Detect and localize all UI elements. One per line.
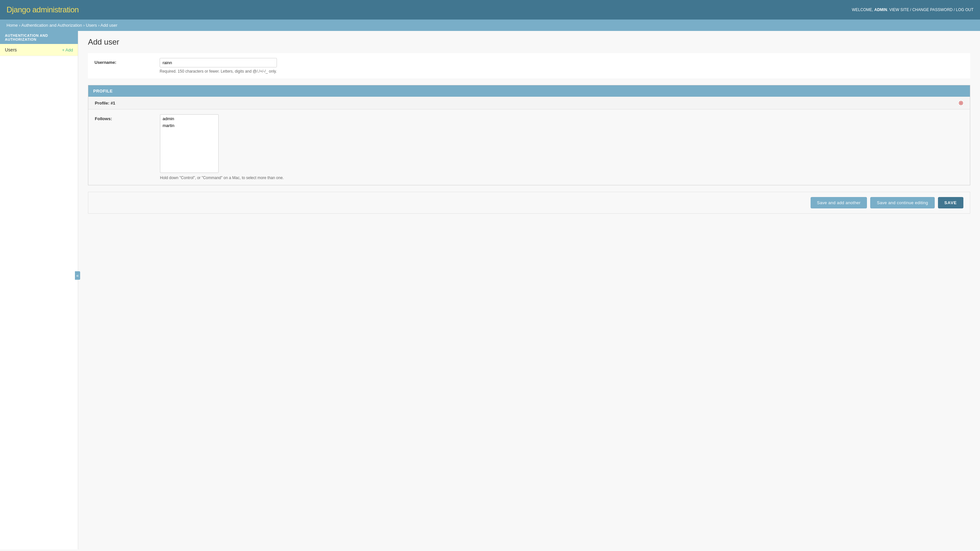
follows-form-row: Follows: admin martin Hold down "Control…	[88, 110, 970, 185]
welcome-text: WELCOME,	[852, 8, 873, 12]
username-label: Username:	[94, 58, 160, 65]
breadcrumb-auth[interactable]: Authentication and Authorization	[22, 23, 82, 28]
profile-section-header: PROFILE	[88, 85, 970, 97]
delete-profile-button[interactable]: ⊗	[958, 100, 963, 106]
username-display: ADMIN	[874, 8, 887, 12]
profile-inline-header: Profile: #1 ⊗	[88, 97, 970, 110]
username-help-text: Required. 150 characters or fewer. Lette…	[160, 69, 964, 74]
breadcrumb-home[interactable]: Home	[6, 23, 18, 28]
profile-header-label: Profile: #1	[95, 101, 115, 105]
breadcrumb: Home › Authentication and Authorization …	[0, 19, 980, 31]
follows-option-admin[interactable]: admin	[161, 115, 218, 122]
change-password-link[interactable]: CHANGE PASSWORD	[912, 8, 953, 12]
save-add-another-button[interactable]: Save and add another	[811, 197, 867, 208]
username-form-row: Username: Required. 150 characters or fe…	[88, 53, 970, 78]
follows-help-text: Hold down "Control", or "Command" on a M…	[160, 176, 284, 180]
sidebar-section-header: Authentication and Authorization	[0, 31, 78, 44]
submit-row: Save and add another Save and continue e…	[88, 192, 970, 214]
sidebar-item-users[interactable]: Users + Add	[0, 44, 78, 56]
content-wrapper: Authentication and Authorization Users +…	[0, 31, 980, 549]
save-continue-editing-button[interactable]: Save and continue editing	[870, 197, 934, 208]
collapse-sidebar-button[interactable]: «	[75, 271, 80, 280]
header: Django administration WELCOME, ADMIN. VI…	[0, 0, 980, 19]
sidebar-item-label: Users	[5, 47, 17, 52]
username-field-container: Required. 150 characters or fewer. Lette…	[160, 58, 964, 74]
follows-label: Follows:	[95, 114, 160, 121]
breadcrumb-users[interactable]: Users	[86, 23, 97, 28]
save-button[interactable]: SAVE	[938, 197, 963, 208]
follows-field-container: admin martin Hold down "Control", or "Co…	[160, 114, 284, 180]
username-input[interactable]	[160, 58, 277, 67]
site-title: Django administration	[6, 5, 79, 14]
add-user-link[interactable]: + Add	[62, 48, 73, 52]
branding: Django administration	[6, 5, 79, 14]
follows-select[interactable]: admin martin	[160, 114, 219, 173]
breadcrumb-current: Add user	[100, 23, 117, 28]
sidebar: Authentication and Authorization Users +…	[0, 31, 78, 549]
main-content: Add user Username: Required. 150 charact…	[78, 31, 980, 549]
page-title: Add user	[88, 37, 970, 46]
profile-module: PROFILE Profile: #1 ⊗ Follows: admin mar…	[88, 85, 970, 185]
view-site-link[interactable]: VIEW SITE	[889, 8, 909, 12]
logout-link[interactable]: LOG OUT	[956, 8, 974, 12]
follows-option-martin[interactable]: martin	[161, 122, 218, 129]
username-form-section: Username: Required. 150 characters or fe…	[88, 53, 970, 78]
user-tools: WELCOME, ADMIN. VIEW SITE / CHANGE PASSW…	[852, 8, 974, 12]
